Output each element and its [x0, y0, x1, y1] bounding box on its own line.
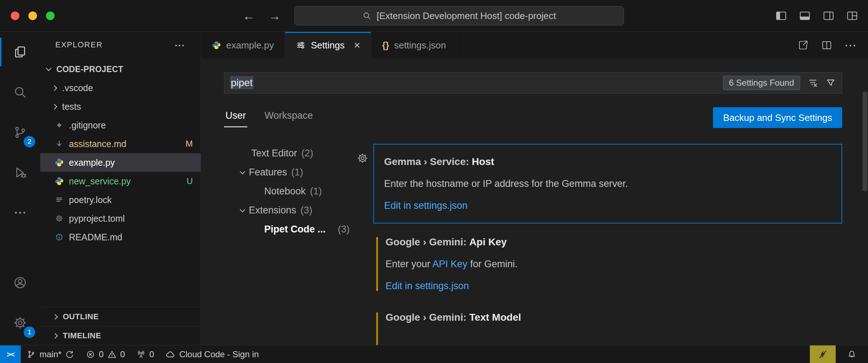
chevron-right-icon	[52, 314, 58, 320]
section-timeline[interactable]: TIMELINE	[40, 326, 201, 345]
toc-pipet-code[interactable]: Pipet Code ... (3)	[224, 220, 360, 239]
activity-search[interactable]	[0, 72, 40, 112]
search-icon	[13, 85, 27, 99]
toggle-secondary-sidebar-icon[interactable]	[822, 9, 835, 22]
setting-name: Text Model	[469, 312, 521, 323]
setting-category: Gemma › Service:	[384, 156, 469, 167]
tree-item-assistance-md[interactable]: assistance.md M	[40, 135, 201, 153]
activity-settings[interactable]: 1	[0, 303, 40, 343]
branch-status[interactable]: main*	[21, 345, 80, 363]
tab-example-py[interactable]: example.py	[201, 32, 285, 58]
radio-tower-icon	[136, 350, 146, 359]
remote-icon: ><	[7, 350, 14, 359]
edit-in-settings-json-link[interactable]: Edit in settings.json	[384, 200, 831, 211]
toc-features[interactable]: Features (1)	[224, 163, 360, 182]
run-debug-icon	[13, 165, 27, 180]
tree-item-readme-md[interactable]: README.md	[40, 228, 201, 246]
toc-text-editor[interactable]: Text Editor (2)	[224, 144, 360, 163]
scope-tab-workspace[interactable]: Workspace	[263, 107, 314, 126]
activity-run-debug[interactable]	[0, 152, 40, 193]
tree-item-example-py[interactable]: example.py	[40, 153, 201, 172]
open-settings-json-icon[interactable]	[797, 39, 809, 51]
close-window-button[interactable]	[11, 11, 19, 20]
setting-category: Google › Gemini:	[386, 312, 467, 323]
settings-editor: pipet 6 Settings Found User Workspace Ba…	[201, 58, 868, 345]
search-icon	[362, 11, 372, 20]
setting-google-gemini-text-model[interactable]: Google › Gemini: Text Model	[373, 312, 842, 345]
description-text: for Gemini.	[467, 259, 518, 269]
split-editor-icon[interactable]	[821, 39, 833, 51]
tree-item-label: assistance.md	[69, 139, 126, 149]
lock-file-icon	[54, 195, 65, 204]
filter-icon[interactable]	[825, 77, 836, 88]
tree-item-label: poetry.lock	[69, 195, 112, 205]
close-tab-icon[interactable]: ×	[354, 39, 360, 51]
tree-item-tests[interactable]: tests	[40, 97, 201, 116]
command-center[interactable]: [Extension Development Host] code-projec…	[294, 6, 624, 25]
toggle-panel-icon[interactable]	[798, 9, 811, 22]
toc-label: Pipet Code ...	[264, 224, 326, 235]
setting-title: Google › Gemini: Api Key	[386, 236, 832, 248]
tab-settings-json[interactable]: {} settings.json	[371, 32, 457, 58]
activity-accounts[interactable]	[0, 263, 40, 303]
status-bar-right	[810, 345, 868, 363]
notifications-cell[interactable]	[836, 345, 868, 363]
clear-search-filters-icon[interactable]	[807, 77, 818, 88]
lightning-slash-icon	[817, 349, 828, 360]
file-tree: CODE-PROJECT .vscode tests .gitignore	[40, 60, 201, 246]
section-label: TIMELINE	[63, 331, 101, 340]
problems-status[interactable]: 0 0	[80, 345, 131, 363]
window-controls	[11, 11, 55, 20]
setting-actions-gear-icon[interactable]	[357, 152, 368, 164]
edit-in-settings-json-link[interactable]: Edit in settings.json	[386, 280, 832, 292]
activity-more-views[interactable]	[0, 193, 40, 233]
tree-item-pyproject-toml[interactable]: pyproject.toml	[40, 209, 201, 228]
tree-item-gitignore[interactable]: .gitignore	[40, 116, 201, 135]
toc-notebook[interactable]: Notebook (1)	[224, 182, 360, 201]
setting-gemma-service-host[interactable]: Gemma › Service: Host Enter the hostname…	[373, 144, 842, 223]
tree-item-new-service-py[interactable]: new_service.py U	[40, 172, 201, 190]
activity-source-control[interactable]: 2	[0, 112, 40, 152]
screencast-highlight-cell[interactable]	[810, 345, 836, 363]
tab-settings[interactable]: Settings ×	[285, 32, 371, 58]
remote-indicator[interactable]: ><	[0, 345, 21, 363]
layout-controls	[775, 0, 859, 32]
more-actions-icon[interactable]: ⋯	[844, 38, 857, 52]
setting-google-gemini-api-key[interactable]: Google › Gemini: Api Key Enter your API …	[373, 236, 842, 292]
minimize-window-button[interactable]	[28, 11, 37, 20]
ports-status[interactable]: 0	[131, 345, 160, 363]
editor-scrollbar[interactable]	[863, 92, 867, 191]
files-icon	[13, 45, 27, 59]
settings-search-input[interactable]: pipet 6 Settings Found	[224, 72, 842, 94]
toc-label: Text Editor	[251, 148, 297, 159]
cloud-code-status[interactable]: Cloud Code - Sign in	[160, 345, 264, 363]
settings-toc: Text Editor (2) Features (1) Notebook (1…	[224, 144, 360, 345]
api-key-link[interactable]: API Key	[433, 259, 468, 269]
scope-tab-user[interactable]: User	[224, 107, 247, 127]
forward-icon[interactable]: →	[269, 9, 281, 23]
sidebar-sections: OUTLINE TIMELINE	[40, 307, 201, 345]
tree-item-vscode[interactable]: .vscode	[40, 79, 201, 97]
tab-label: example.py	[226, 40, 274, 51]
toc-extensions[interactable]: Extensions (3)	[224, 201, 360, 220]
tree-item-label: pyproject.toml	[69, 213, 125, 224]
activity-explorer[interactable]	[0, 32, 40, 72]
branch-label: main*	[39, 349, 61, 359]
setting-title: Gemma › Service: Host	[384, 156, 831, 168]
git-status-badge: M	[186, 139, 201, 149]
explorer-more-actions-icon[interactable]: ⋯	[174, 39, 186, 51]
chevron-right-icon	[52, 104, 57, 109]
section-outline[interactable]: OUTLINE	[40, 307, 201, 326]
customize-layout-icon[interactable]	[846, 9, 859, 22]
info-file-icon	[54, 233, 65, 241]
maximize-window-button[interactable]	[46, 11, 55, 20]
tree-item-poetry-lock[interactable]: poetry.lock	[40, 190, 201, 209]
editor-group: example.py Settings × {} settings.json ⋯…	[201, 32, 868, 345]
chevron-down-icon	[46, 66, 52, 71]
chevron-right-icon	[52, 85, 57, 91]
toggle-primary-sidebar-icon[interactable]	[775, 9, 788, 22]
back-icon[interactable]: ←	[243, 9, 255, 23]
backup-sync-settings-button[interactable]: Backup and Sync Settings	[713, 107, 842, 128]
setting-description: Enter the hostname or IP address for the…	[384, 178, 831, 189]
tree-root-code-project[interactable]: CODE-PROJECT	[40, 60, 201, 79]
